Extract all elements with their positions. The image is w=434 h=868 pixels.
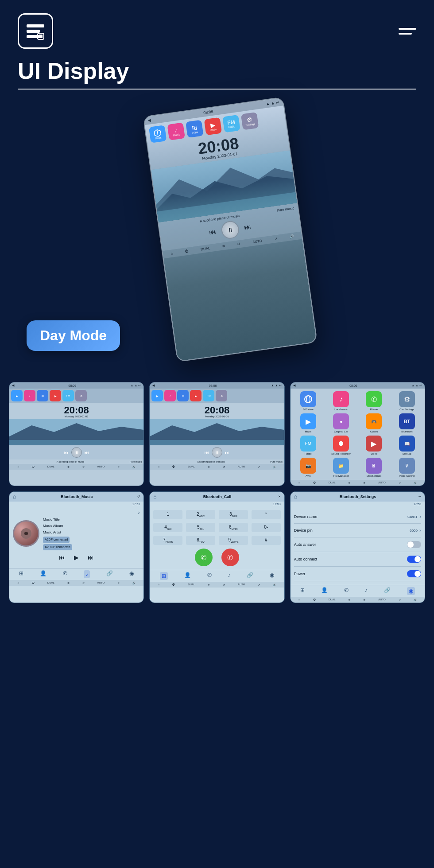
person-icon-sett[interactable]: 👤 (321, 587, 328, 595)
back-btn-1[interactable]: ◀ (12, 384, 14, 387)
home-btn-sett[interactable]: ⌂ (294, 494, 297, 500)
mini-next-1[interactable]: ⏭ (85, 450, 89, 455)
grid-icon[interactable]: ⊞ (19, 570, 23, 578)
app-item-originalcar[interactable]: ● Original Car (326, 413, 356, 433)
dial-9[interactable]: 9WXYZ (219, 536, 248, 545)
dial-1[interactable]: 1 (153, 510, 182, 519)
phone-icon-call[interactable]: ✆ (207, 572, 212, 580)
bt-play-btn[interactable]: ▶ (74, 554, 79, 561)
app-item-voicectrl[interactable]: 🎙 Voice Control (392, 458, 422, 477)
link-icon-call[interactable]: 🔗 (247, 572, 253, 580)
mini-settings-2[interactable]: ⚙ (216, 390, 227, 401)
circle-icon-sett[interactable]: ◉ (407, 587, 415, 595)
mini-prev-1[interactable]: ⏮ (64, 450, 69, 455)
mini-music-2[interactable]: ♪ (164, 390, 176, 401)
music-icon-sett[interactable]: ♪ (365, 587, 368, 595)
auto-connect-toggle[interactable] (407, 556, 421, 563)
volume-icon[interactable]: 🔊 (289, 234, 294, 239)
arrow-icon[interactable]: ↗ (274, 237, 278, 241)
music-icon-call[interactable]: ♪ (228, 572, 230, 580)
app-item-manual[interactable]: 📖 Manual (392, 436, 422, 455)
circle-icon[interactable]: ◉ (129, 570, 134, 578)
app-item-soundrec[interactable]: ⏺ Sound Recorder (326, 436, 356, 455)
snowflake-icon[interactable]: ❄ (222, 244, 225, 249)
mini-radio-2[interactable]: FM (203, 390, 214, 401)
home-btn[interactable]: ⌂ (13, 494, 16, 500)
chevron-name[interactable]: › (419, 514, 421, 520)
grid-icon-call[interactable]: ⊞ (160, 572, 168, 580)
back-btn-2[interactable]: ◀ (152, 384, 155, 387)
phone-icon[interactable]: ✆ (63, 570, 67, 578)
radio-icon[interactable]: FM Radio (222, 115, 240, 133)
close-btn-call[interactable]: ✕ (278, 495, 281, 498)
circle-icon-call[interactable]: ◉ (270, 572, 274, 580)
app-item-phone[interactable]: ✆ Phone (359, 391, 389, 411)
app-item-kuwoo[interactable]: 🎮 Kuwoo (359, 413, 389, 433)
mini-maps-2[interactable]: ▶ (151, 390, 163, 401)
back-btn-3[interactable]: ◀ (293, 384, 295, 387)
mini-vedio-2[interactable]: ▶ (190, 390, 202, 401)
app-item-localmusic[interactable]: ♪ Localmusic (326, 391, 356, 411)
bt-next-btn[interactable]: ⏭ (88, 554, 94, 561)
dial-2[interactable]: 2ABC (186, 510, 215, 519)
dial-5[interactable]: 5JKL (186, 523, 215, 532)
mini-radio-1[interactable]: FM (62, 390, 74, 401)
mini-apps-2[interactable]: ⊞ (177, 390, 189, 401)
next-icon[interactable]: ⏭ (244, 223, 252, 232)
reject-button[interactable]: ✆ (221, 549, 239, 566)
power-toggle[interactable] (407, 570, 421, 577)
dial-3[interactable]: 3DEF (219, 510, 248, 519)
loop-icon[interactable]: ↺ (237, 242, 240, 246)
app-item-video[interactable]: ▶ Video (359, 436, 389, 455)
person-icon-call[interactable]: 👤 (184, 572, 191, 580)
mini-play-1[interactable]: ⏸ (71, 447, 82, 458)
mini-settings-1[interactable]: ⚙ (75, 390, 87, 401)
app-item-dispsett[interactable]: 🎚 DispSettings (359, 458, 389, 477)
mini-music-1[interactable]: ♪ (24, 390, 35, 401)
dial-hash[interactable]: # (252, 536, 281, 545)
grid-icon-sett[interactable]: ⊞ (300, 587, 305, 595)
prev-icon[interactable]: ⏮ (209, 228, 217, 237)
dial-8[interactable]: 8TUV (186, 536, 215, 545)
apps-icon[interactable]: ⊞ Apps (186, 120, 204, 138)
dial-6[interactable]: 6MNO (219, 523, 248, 532)
dial-zero[interactable]: 0- (252, 523, 281, 532)
maps-icon[interactable]: Maps (149, 125, 167, 143)
app-item-carsettings[interactable]: ⚙ Car Settings (392, 391, 422, 411)
link-icon-sett[interactable]: 🔗 (384, 587, 391, 595)
music-icon[interactable]: ♪ Music (167, 122, 185, 140)
mini-apps-1[interactable]: ⊞ (37, 390, 48, 401)
settings-icon[interactable]: ⚙ Settings (241, 112, 259, 130)
home-icon[interactable]: ⌂ (170, 251, 173, 256)
dial-4[interactable]: 4GHI (153, 523, 182, 532)
app-soundrec-icon: ⏺ (333, 436, 349, 452)
app-item-bt[interactable]: BT Bluetooth (392, 413, 422, 433)
mini-maps-1[interactable]: ▶ (11, 390, 23, 401)
back-btn-sett[interactable]: ↩ (418, 495, 421, 498)
power-icon[interactable]: ⏻ (185, 249, 189, 253)
play-pause-button[interactable]: ⏸ (220, 220, 240, 240)
home-btn-call[interactable]: ⌂ (153, 494, 156, 500)
mini-next-2[interactable]: ⏭ (225, 450, 229, 455)
app-item-avin[interactable]: 📷 Avin (293, 458, 323, 477)
auto-answer-toggle[interactable] (407, 541, 421, 548)
mini-prev-2[interactable]: ⏮ (205, 450, 209, 455)
answer-button[interactable]: ✆ (195, 549, 213, 566)
phone-icon-sett[interactable]: ✆ (344, 587, 349, 595)
app-item-maps[interactable]: ▶ Maps (293, 413, 323, 433)
bt-prev-btn[interactable]: ⏮ (59, 554, 65, 561)
person-icon[interactable]: 👤 (40, 570, 46, 578)
app-item-360view[interactable]: 360 view (293, 391, 323, 411)
mini-vedio-1[interactable]: ▶ (50, 390, 61, 401)
app-item-filemgr[interactable]: 📁 File Manager (326, 458, 356, 477)
app-item-radio[interactable]: FM Radio (293, 436, 323, 455)
dial-7[interactable]: 7PQRS (153, 536, 182, 545)
menu-button[interactable] (399, 28, 416, 35)
refresh-btn[interactable]: ↺ (137, 495, 140, 498)
mini-play-2[interactable]: ⏸ (212, 447, 222, 458)
link-icon[interactable]: 🔗 (106, 570, 113, 578)
music-icon-nav[interactable]: ♪ (84, 570, 90, 578)
chevron-pin[interactable]: › (419, 527, 421, 533)
vedio-icon[interactable]: ▶ Vedio (204, 117, 222, 136)
dial-star[interactable]: * (252, 510, 281, 519)
